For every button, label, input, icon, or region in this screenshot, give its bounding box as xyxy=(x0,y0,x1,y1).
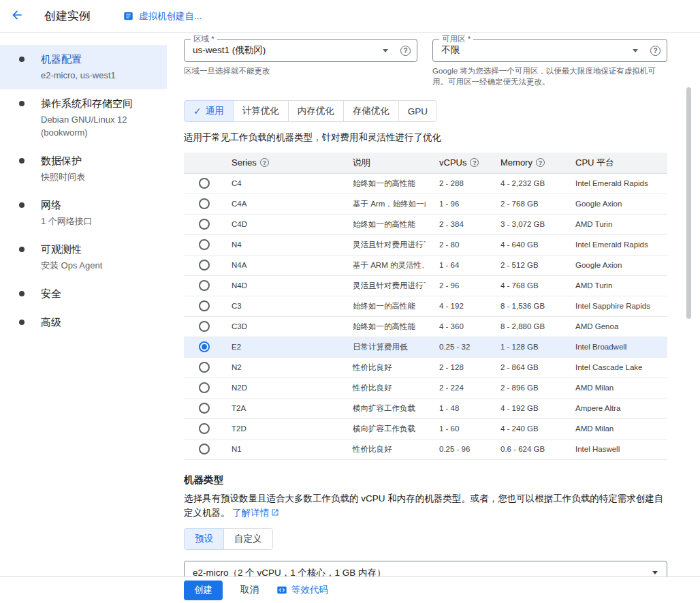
series-row[interactable]: C4D始终如一的高性能2 - 3843 - 3,072 GBAMD Turin xyxy=(184,214,667,234)
series-cpu-platform: AMD Milan xyxy=(562,377,667,398)
tab-label: 计算优化 xyxy=(242,105,279,117)
step-label: 可观测性 xyxy=(41,243,102,256)
learn-more-label: 了解详情 xyxy=(232,506,269,520)
series-radio[interactable] xyxy=(199,280,210,291)
series-vcpus: 2 - 80 xyxy=(426,234,487,255)
region-select[interactable]: 区域 * us-west1 (俄勒冈) ? xyxy=(184,39,417,62)
sidebar-step-item[interactable]: 操作系统和存储空间Debian GNU/Linux 12 (bookworm) xyxy=(0,89,167,146)
series-description: 始终如一的高性能 xyxy=(339,296,426,316)
back-button[interactable] xyxy=(9,8,25,25)
series-cpu-platform: Intel Emerald Rapids xyxy=(562,173,667,194)
arrow-back-icon xyxy=(10,8,24,24)
top-bar: 创建实例 虚拟机创建自... xyxy=(0,0,700,33)
column-header: CPU 平台 xyxy=(562,153,667,173)
step-dot-icon xyxy=(19,202,25,208)
series-radio[interactable] xyxy=(199,362,210,373)
series-row[interactable]: N2D性价比良好2 - 2242 - 896 GBAMD Milan xyxy=(184,377,667,398)
series-row[interactable]: C3始终如一的高性能4 - 1928 - 1,536 GBIntel Sapph… xyxy=(184,296,667,316)
series-description: 始终如一的高性能 xyxy=(339,173,426,194)
series-vcpus: 2 - 288 xyxy=(426,173,487,194)
series-radio[interactable] xyxy=(199,198,210,209)
sidebar-step-item[interactable]: 数据保护快照时间表 xyxy=(0,146,167,191)
series-memory: 2 - 512 GB xyxy=(487,255,562,275)
create-button[interactable]: 创建 xyxy=(184,581,223,600)
series-radio[interactable] xyxy=(199,178,210,189)
series-name: N4D xyxy=(217,275,339,296)
series-vcpus: 0.25 - 32 xyxy=(426,337,487,357)
machine-family-tab[interactable]: GPU xyxy=(398,100,437,122)
series-name: C4A xyxy=(217,194,339,214)
help-icon[interactable]: ? xyxy=(260,158,269,167)
series-memory: 2 - 896 GB xyxy=(487,377,562,398)
machine-family-tab[interactable]: 存储优化 xyxy=(343,100,399,122)
machine-family-tab[interactable]: 内存优化 xyxy=(288,100,344,122)
series-radio[interactable] xyxy=(199,219,210,230)
series-row[interactable]: C4A基于 Arm，始终如一的高性能1 - 962 - 768 GBGoogle… xyxy=(184,194,667,214)
series-row[interactable]: N4A基于 ARM 的灵活性、成本优化1 - 642 - 512 GBGoogl… xyxy=(184,255,667,275)
vm-creation-doc-link[interactable]: 虚拟机创建自... xyxy=(123,10,202,22)
series-row[interactable]: N1性价比良好0.25 - 960.6 - 624 GBIntel Haswel… xyxy=(184,439,667,459)
series-row[interactable]: N2性价比良好2 - 1282 - 864 GBIntel Cascade La… xyxy=(184,357,667,377)
help-icon[interactable]: ? xyxy=(536,158,545,167)
series-radio[interactable] xyxy=(199,423,210,434)
series-name: T2A xyxy=(217,398,339,418)
sidebar-step-item[interactable]: 机器配置e2-micro, us-west1 xyxy=(0,45,167,89)
series-memory: 4 - 192 GB xyxy=(487,398,562,418)
series-row[interactable]: E2日常计算费用低0.25 - 321 - 128 GBIntel Broadw… xyxy=(184,337,667,357)
series-vcpus: 2 - 384 xyxy=(426,214,487,234)
series-radio[interactable] xyxy=(199,260,210,270)
series-description: 灵活且针对费用进行了优化 xyxy=(339,275,426,296)
series-radio[interactable] xyxy=(199,444,210,454)
series-radio[interactable] xyxy=(199,239,210,250)
custom-toggle-button[interactable]: 自定义 xyxy=(223,528,273,550)
create-instance-page: 创建实例 虚拟机创建自... 机器配置e2-micro, us-west1操作系… xyxy=(0,0,700,603)
series-cpu-platform: Intel Haswell xyxy=(562,439,667,459)
zone-help-icon[interactable]: ? xyxy=(650,46,661,56)
open-in-new-icon xyxy=(271,508,279,516)
main-content: 区域 * us-west1 (俄勒冈) ? 区域一旦选择就不能更改 可用区 * … xyxy=(184,33,667,585)
series-radio[interactable] xyxy=(199,341,210,352)
machine-family-tab[interactable]: 计算优化 xyxy=(233,100,289,122)
series-memory: 2 - 768 GB xyxy=(487,194,562,214)
column-header: Memory? xyxy=(487,153,562,173)
page-title: 创建实例 xyxy=(44,8,91,24)
learn-more-link[interactable]: 了解详情 xyxy=(232,506,279,520)
document-icon xyxy=(123,11,133,21)
series-row[interactable]: N4灵活且针对费用进行了优化2 - 804 - 640 GBIntel Emer… xyxy=(184,234,667,255)
step-label: 安全 xyxy=(41,287,61,300)
series-row[interactable]: C4始终如一的高性能2 - 2884 - 2,232 GBIntel Emera… xyxy=(184,173,667,194)
sidebar-step-item[interactable]: 网络1 个网络接口 xyxy=(0,191,167,235)
series-row[interactable]: T2D横向扩容工作负载1 - 604 - 240 GBAMD Milan xyxy=(184,418,667,439)
equivalent-code-button[interactable]: 等效代码 xyxy=(276,584,328,596)
sidebar-step-item[interactable]: 高级 xyxy=(0,308,167,337)
cancel-button[interactable]: 取消 xyxy=(240,584,259,596)
help-icon[interactable]: ? xyxy=(470,158,479,167)
series-table-header: Series?说明vCPUs?Memory?CPU 平台 xyxy=(184,153,667,173)
series-radio[interactable] xyxy=(199,300,210,311)
series-memory: 1 - 128 GB xyxy=(487,337,562,357)
series-radio[interactable] xyxy=(199,382,210,393)
check-icon: ✓ xyxy=(193,106,202,116)
machine-type-description: 选择具有预设数量且适合大多数工作负载的 vCPU 和内存的机器类型。或者，您也可… xyxy=(184,491,667,520)
series-radio[interactable] xyxy=(199,403,210,414)
series-memory: 4 - 768 GB xyxy=(487,275,562,296)
series-radio[interactable] xyxy=(199,321,210,332)
series-row[interactable]: N4D灵活且针对费用进行了优化2 - 964 - 768 GBAMD Turin xyxy=(184,275,667,296)
machine-family-tab[interactable]: ✓通用 xyxy=(184,100,234,122)
series-cpu-platform: Intel Broadwell xyxy=(562,337,667,357)
column-header: 说明 xyxy=(339,153,426,173)
vertical-scrollbar[interactable] xyxy=(686,87,691,319)
region-help-icon[interactable]: ? xyxy=(400,46,411,56)
series-name: T2D xyxy=(217,418,339,439)
preset-toggle-button[interactable]: 预设 xyxy=(184,528,224,550)
series-row[interactable]: C3D始终如一的高性能4 - 3608 - 2,880 GBAMD Genoa xyxy=(184,316,667,337)
sidebar-step-item[interactable]: 可观测性安装 Ops Agent xyxy=(0,235,167,279)
series-cpu-platform: Google Axion xyxy=(562,255,667,275)
series-memory: 4 - 240 GB xyxy=(487,418,562,439)
series-row[interactable]: T2A横向扩容工作负载1 - 484 - 192 GBAmpere Altra xyxy=(184,398,667,418)
toggle-label: 预设 xyxy=(195,534,213,544)
series-memory: 8 - 2,880 GB xyxy=(487,316,562,337)
sidebar-step-item[interactable]: 安全 xyxy=(0,279,167,308)
zone-select[interactable]: 可用区 * 不限 ? xyxy=(432,39,667,62)
region-helper-text: 区域一旦选择就不能更改 xyxy=(184,65,417,76)
